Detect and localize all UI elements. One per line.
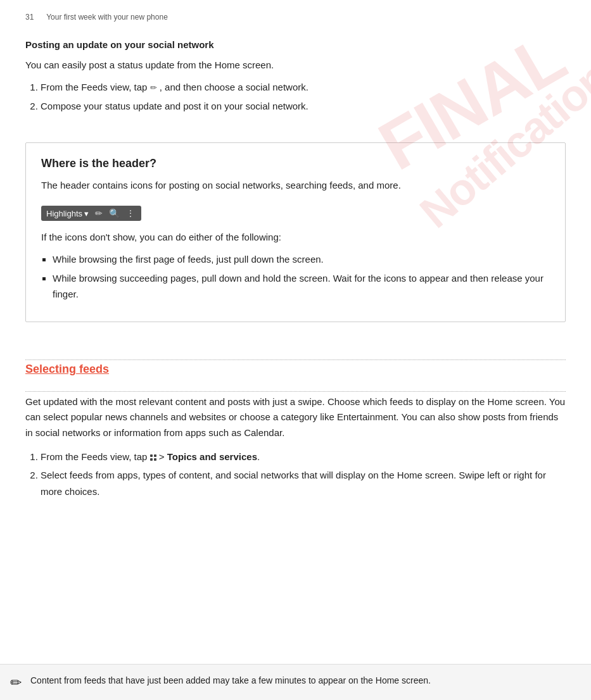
page-content: 31 Your first week with your new phone P…	[0, 0, 591, 518]
section2-step-2: Select feeds from apps, types of content…	[41, 467, 566, 499]
page-header: 31 Your first week with your new phone	[25, 13, 566, 24]
section-divider-top	[25, 359, 566, 360]
callout-title: Where is the header?	[41, 157, 550, 170]
step-1: From the Feeds view, tap ✏ , and then ch…	[41, 79, 566, 96]
section2-intro: Get updated with the most relevant conte…	[25, 394, 566, 441]
page-number: 31	[25, 13, 34, 22]
section2-step-1: From the Feeds view, tap > Topics and se…	[41, 449, 566, 465]
section2-steps: From the Feeds view, tap > Topics and se…	[41, 449, 566, 500]
section-divider-bottom	[25, 391, 566, 392]
toolbar-mockup: Highlights ▾ ✏ 🔍 ⋮	[41, 206, 141, 221]
note-text: Content from feeds that have just been a…	[30, 673, 431, 687]
callout-box: Where is the header? The header contains…	[25, 142, 566, 322]
toolbar-search-icon: 🔍	[109, 208, 120, 218]
section1-steps: From the Feeds view, tap ✏ , and then ch…	[41, 79, 566, 114]
step1-text-after: , and then choose a social network.	[160, 82, 308, 92]
step2-text: Compose your status update and post it o…	[41, 101, 308, 111]
bullet-2: While browsing succeeding pages, pull do…	[53, 270, 550, 303]
section1-title: Posting an update on your social network	[25, 39, 566, 50]
step1-text-before: From the Feeds view, tap	[41, 82, 150, 92]
section2-title: Selecting feeds	[25, 363, 566, 376]
callout-body: The header contains icons for posting on…	[41, 178, 550, 193]
section1-intro: You can easily post a status update from…	[25, 58, 566, 73]
callout-bullets: While browsing the first page of feeds, …	[53, 251, 550, 303]
dropdown-arrow-icon: ▾	[84, 209, 89, 218]
bullet-1: While browsing the first page of feeds, …	[53, 251, 550, 268]
toolbar-more-icon: ⋮	[126, 208, 136, 218]
grid-icon	[150, 451, 159, 462]
s2-step1-after: > Topics and services.	[159, 451, 260, 462]
callout-after-text: If the icons don't show, you can do eith…	[41, 230, 550, 245]
chapter-title: Your first week with your new phone	[46, 13, 168, 22]
note-pencil-icon: ✏	[10, 675, 22, 691]
note-box: ✏ Content from feeds that have just been…	[0, 664, 591, 700]
s2-step1-before: From the Feeds view, tap	[41, 451, 150, 462]
toolbar-edit-icon: ✏	[95, 208, 103, 218]
step-2: Compose your status update and post it o…	[41, 98, 566, 115]
grid-icon-visual	[150, 454, 156, 461]
highlights-label: Highlights ▾	[46, 209, 89, 218]
edit-icon-inline: ✏	[150, 81, 157, 95]
